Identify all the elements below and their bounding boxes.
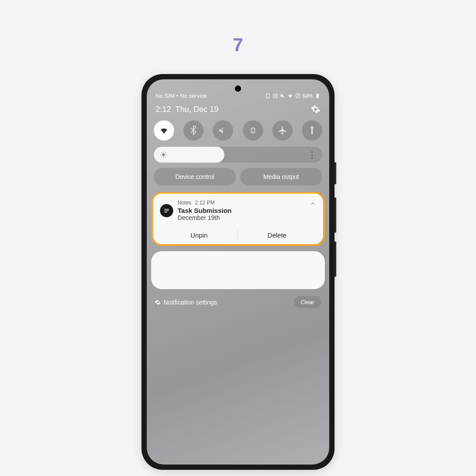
clock-date: Thu, Dec 19 (175, 105, 219, 114)
pill-buttons: Device control Media output (147, 163, 329, 192)
brightness-slider[interactable]: ⋮ (154, 147, 322, 163)
notification-subtitle: December 19th (178, 214, 305, 221)
camera-notch (235, 86, 241, 92)
status-left-text: No SIM • No service (156, 93, 207, 99)
notification-actions: Unpin Delete (160, 226, 316, 244)
clock-time: 2:12 (156, 105, 171, 114)
svg-line-16 (165, 156, 165, 156)
battery-icon (315, 93, 320, 99)
battery-percent: 64% (302, 93, 313, 99)
volume-up-button (335, 197, 336, 233)
wifi-icon (159, 126, 169, 135)
bluetooth-toggle[interactable] (183, 120, 204, 141)
flashlight-toggle[interactable] (302, 120, 322, 141)
svg-line-15 (161, 152, 162, 153)
brightness-menu-icon[interactable]: ⋮ (308, 150, 316, 160)
phone-screen: No SIM • No service 64% 2:12 Thu, Dec 19 (147, 79, 329, 465)
sound-toggle[interactable] (213, 120, 233, 141)
brightness-icon (160, 151, 167, 158)
rotation-toggle[interactable] (243, 120, 263, 141)
bluetooth-icon (189, 126, 198, 135)
notification-settings-label: Notification settings (164, 299, 217, 306)
gear-icon (155, 299, 161, 305)
mute-icon (280, 93, 286, 99)
clear-button[interactable]: Clear (294, 296, 321, 308)
notification-title: Task Submission (178, 207, 305, 214)
svg-rect-8 (251, 128, 254, 133)
svg-point-10 (162, 153, 164, 156)
step-number: 7 (233, 34, 243, 56)
airplane-toggle[interactable] (272, 120, 293, 141)
no-signal-icon (295, 93, 301, 99)
time-date: 2:12 Thu, Dec 19 (156, 105, 219, 114)
wifi-icon (287, 93, 293, 99)
clock-row: 2:12 Thu, Dec 19 (147, 102, 329, 120)
notification-time: 2:12 PM (195, 200, 215, 206)
media-output-button[interactable]: Media output (240, 168, 322, 186)
chevron-up-icon (310, 201, 316, 207)
airplane-icon (278, 126, 287, 135)
flashlight-icon (307, 126, 317, 135)
svg-rect-5 (316, 94, 319, 98)
status-right: 64% (265, 93, 320, 99)
notification-card-notes[interactable]: Notes 2:12 PM Task Submission December 1… (151, 192, 325, 246)
phone-frame: No SIM • No service 64% 2:12 Thu, Dec 19 (141, 74, 335, 470)
notification-settings-link[interactable]: Notification settings (155, 299, 217, 306)
side-button (335, 162, 336, 184)
card-icon (265, 93, 271, 99)
unpin-button[interactable]: Unpin (160, 226, 238, 244)
svg-line-17 (161, 156, 162, 156)
mute-icon (218, 126, 228, 135)
svg-line-4 (296, 94, 300, 98)
rotation-lock-icon (248, 126, 258, 135)
svg-rect-6 (317, 93, 318, 94)
notes-icon (163, 207, 170, 214)
brightness-fill (154, 147, 224, 163)
wifi-toggle[interactable] (154, 120, 174, 141)
device-control-button[interactable]: Device control (154, 168, 236, 186)
notification-header: Notes 2:12 PM Task Submission December 1… (160, 200, 316, 221)
svg-point-9 (253, 131, 253, 132)
notes-app-icon (160, 204, 173, 217)
svg-rect-0 (266, 94, 269, 98)
notification-card-blank[interactable] (151, 251, 325, 289)
notification-footer: Notification settings Clear (147, 294, 329, 310)
volume-down-button (335, 242, 336, 277)
notification-meta: Notes 2:12 PM Task Submission December 1… (178, 200, 305, 221)
notification-app-name: Notes (178, 200, 191, 206)
gear-icon[interactable] (311, 104, 320, 114)
collapse-button[interactable] (310, 201, 316, 208)
nfc-icon (272, 93, 278, 99)
quick-settings-toggles (147, 120, 329, 141)
svg-line-18 (165, 152, 165, 153)
delete-button[interactable]: Delete (238, 226, 316, 244)
